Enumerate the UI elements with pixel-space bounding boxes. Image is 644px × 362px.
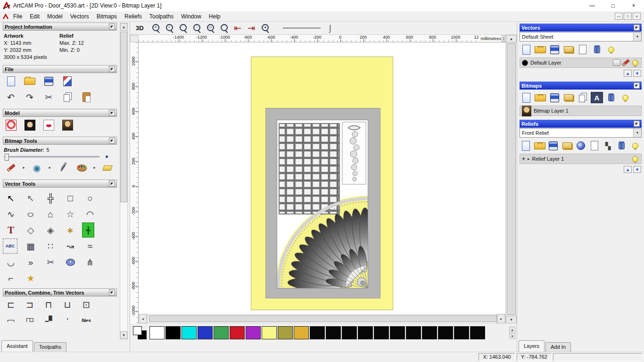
convert-text-to-vectors-icon[interactable] <box>3 239 17 254</box>
model-sheet[interactable] <box>251 57 393 310</box>
vertical-scrollbar[interactable]: ▲ ▼ <box>505 35 517 323</box>
save-bitmap-layers-icon[interactable] <box>548 92 561 103</box>
undo-icon[interactable] <box>3 90 19 104</box>
model-portrait-icon[interactable] <box>59 118 75 132</box>
tab-assistant[interactable]: Assistant <box>1 340 33 352</box>
distort-vectors-icon[interactable] <box>82 255 98 270</box>
collapse-section-button[interactable]: ◤ <box>109 110 115 116</box>
zoom-objects-icon[interactable] <box>260 23 271 33</box>
model-invert-icon[interactable] <box>22 118 38 132</box>
previous-view-icon[interactable] <box>232 23 243 33</box>
texture-relief-icon[interactable] <box>575 140 586 151</box>
import-model-icon[interactable] <box>59 74 75 88</box>
block-paste-icon[interactable] <box>82 222 94 238</box>
save-model-icon[interactable] <box>41 74 57 88</box>
paste-along-curve-icon[interactable] <box>62 239 78 254</box>
colour-swatch-cyan[interactable] <box>182 326 197 339</box>
create-polygon-icon[interactable] <box>42 206 58 222</box>
copy-bitmap-layer-icon[interactable] <box>577 92 589 103</box>
colour-swatch-black[interactable] <box>165 326 181 339</box>
trim-vectors-icon[interactable] <box>42 255 58 270</box>
import-bitmap-icon[interactable] <box>562 92 575 103</box>
flyout-arrow-icon[interactable] <box>92 161 97 175</box>
copy-icon[interactable] <box>59 90 75 104</box>
paint-brush-icon[interactable] <box>3 161 19 175</box>
assistant-scrollbar[interactable]: ▲ ▼ <box>120 23 128 339</box>
switch-3d-view-button[interactable]: 3D <box>133 24 147 33</box>
collapse-section-button[interactable]: ◤ <box>109 66 115 72</box>
flood-fill-icon[interactable] <box>29 161 45 175</box>
wrap-vectors-icon[interactable] <box>23 271 39 286</box>
open-relief-layers-icon[interactable] <box>534 140 545 151</box>
tab-layers[interactable]: Layers <box>519 340 545 352</box>
colour-swatch-red[interactable] <box>230 326 245 339</box>
scroll-down-button[interactable]: ▼ <box>506 316 517 323</box>
combine-subtract-icon[interactable] <box>22 313 38 322</box>
mdi-close-button[interactable]: × <box>633 13 641 20</box>
menu-item[interactable]: File <box>9 12 26 21</box>
select-vectors-icon[interactable] <box>3 190 19 206</box>
scroll-thumb[interactable] <box>507 43 516 315</box>
align-bottom-icon[interactable] <box>59 297 75 312</box>
relief-select[interactable]: Front Relief ▼ <box>520 128 642 138</box>
collapse-section-button[interactable]: ◤ <box>634 82 640 89</box>
colour-swatch-black[interactable] <box>422 326 437 339</box>
menu-item[interactable]: Reliefs <box>121 12 146 21</box>
new-vector-layer-icon[interactable] <box>577 44 589 55</box>
greyscale-relief-icon[interactable] <box>602 140 614 151</box>
palette-up-button[interactable]: ▴ <box>509 327 515 332</box>
fit-spline-icon[interactable] <box>42 222 58 238</box>
fillet-corner-icon[interactable] <box>3 271 19 286</box>
scroll-right-button[interactable]: ▸ <box>497 314 505 323</box>
vector-doctor-icon[interactable] <box>62 222 78 238</box>
delete-vector-layer-icon[interactable] <box>591 44 603 55</box>
scroll-thumb[interactable] <box>120 32 127 202</box>
move-layer-down-button[interactable]: ▼ <box>633 166 641 173</box>
zoom-rectangle-icon[interactable] <box>191 23 202 33</box>
mdi-minimize-button[interactable]: — <box>615 13 623 20</box>
open-model-icon[interactable] <box>22 74 38 88</box>
dropdown-arrow-icon[interactable]: ▼ <box>633 129 641 137</box>
toggle-all-reliefs-icon[interactable] <box>629 140 641 151</box>
snap-grid-icon[interactable] <box>23 239 39 254</box>
layer-visibility-bulb-icon[interactable] <box>631 155 639 163</box>
colour-swatch-black[interactable] <box>342 326 357 339</box>
import-relief-icon[interactable] <box>561 140 573 151</box>
zoom-in-icon[interactable] <box>150 23 161 33</box>
create-revolve-icon[interactable] <box>62 255 78 270</box>
scroll-thumb[interactable] <box>149 315 497 322</box>
collapse-section-button[interactable]: ◤ <box>109 24 115 30</box>
relief-layer-row[interactable]: + ▸ Relief Layer 1 <box>520 154 642 164</box>
scroll-left-button[interactable]: ◂ <box>139 314 147 323</box>
move-layer-up-button[interactable]: ▲ <box>624 70 632 77</box>
create-polyline-icon[interactable] <box>3 206 19 222</box>
save-relief-layers-icon[interactable] <box>547 140 559 151</box>
menu-item[interactable]: Window <box>177 12 205 21</box>
zoom-drawing-icon[interactable] <box>205 23 216 33</box>
create-ellipse-icon[interactable] <box>23 206 39 222</box>
delete-relief-layer-icon[interactable] <box>616 140 627 151</box>
zoom-out-icon[interactable] <box>164 23 175 33</box>
brush-diameter-slider[interactable] <box>4 156 100 157</box>
measure-icon[interactable] <box>82 239 98 254</box>
nesting-icon[interactable] <box>78 313 94 322</box>
collapse-section-button[interactable]: ◤ <box>634 121 640 127</box>
menu-item[interactable]: Help <box>205 12 224 21</box>
tab-toolpaths[interactable]: Toolpaths <box>34 342 66 352</box>
menu-item[interactable]: Vectors <box>66 12 93 21</box>
collapse-section-button[interactable]: ◤ <box>109 138 115 144</box>
flyout-arrow-icon[interactable] <box>22 161 26 175</box>
open-bitmap-layers-icon[interactable] <box>534 92 546 103</box>
vector-direction-icon[interactable] <box>23 255 39 270</box>
collapse-section-button[interactable]: ◤ <box>109 181 115 187</box>
colour-swatch-black[interactable] <box>454 326 469 339</box>
colour-swatch-olive[interactable] <box>278 326 293 339</box>
scroll-up-button[interactable]: ▲ <box>120 23 127 31</box>
collapse-section-button[interactable]: ◤ <box>634 25 640 31</box>
colour-picker-icon[interactable] <box>55 161 71 175</box>
horizontal-scrollbar[interactable]: ◂ ▸ <box>139 314 505 323</box>
colour-swatch-green[interactable] <box>214 326 229 339</box>
units-spinner[interactable]: ▴▾ <box>502 35 505 42</box>
layer-colour-swatch[interactable] <box>522 60 528 66</box>
scroll-down-button[interactable]: ▼ <box>120 331 127 339</box>
